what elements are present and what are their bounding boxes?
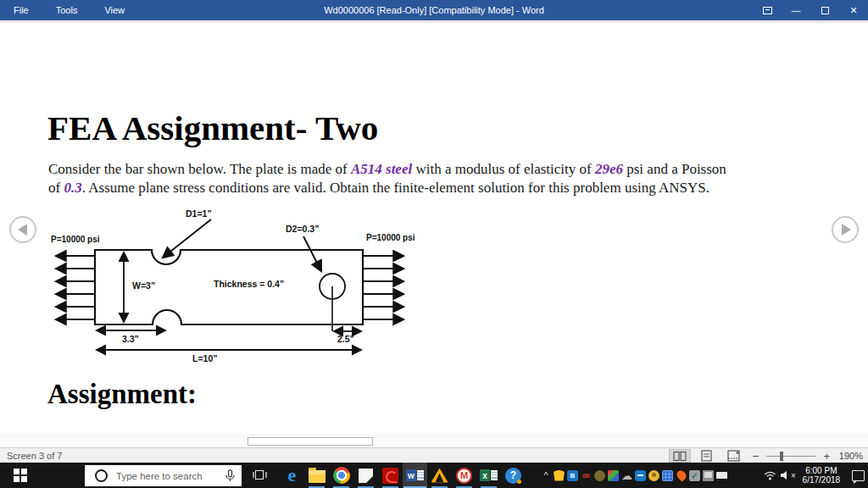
horizontal-scrollbar[interactable]	[0, 433, 868, 447]
teamviewer-icon[interactable]	[635, 470, 646, 481]
screen-indicator: Screen 3 of 7	[0, 451, 62, 461]
next-screen-button[interactable]	[832, 216, 859, 243]
ribbon-display-options-button[interactable]	[753, 0, 782, 20]
emphasis-material: A514 steel	[351, 161, 412, 177]
web-layout-button[interactable]	[723, 449, 745, 463]
cortana-icon	[95, 469, 108, 482]
taskbar: e w M	[0, 463, 868, 488]
taskbar-acrobat-button[interactable]	[378, 463, 403, 488]
emphasis-poisson: 0.3	[64, 180, 81, 196]
thickness-label: Thickness = 0.4”	[214, 279, 284, 289]
bluetooth-icon[interactable]: B	[567, 470, 578, 481]
microphone-icon[interactable]	[225, 469, 235, 482]
graphics-tool-icon[interactable]	[608, 470, 619, 481]
read-mode-button[interactable]	[669, 449, 691, 463]
search-input[interactable]	[108, 471, 225, 481]
zoom-slider-thumb[interactable]	[780, 452, 783, 461]
restore-button[interactable]	[810, 0, 839, 20]
pressure-right-label: P=10000 psi	[366, 233, 415, 242]
right-load-arrows	[363, 256, 403, 319]
d2-label: D2=0.3”	[286, 224, 319, 234]
task-view-icon	[255, 470, 264, 480]
horizontal-scrollbar-thumb[interactable]	[248, 437, 373, 446]
taskbar-excel-button[interactable]: x	[476, 463, 501, 488]
width-label: W=3”	[132, 280, 155, 291]
paragraph-line-2: of 0.3. Assume plane stress conditions a…	[48, 179, 820, 197]
print-layout-button[interactable]	[696, 449, 718, 463]
zoom-in-button[interactable]: +	[821, 450, 832, 463]
pinned-apps: e w M	[280, 463, 526, 488]
taskbar-edge-button[interactable]: e	[280, 463, 304, 488]
hole-dimension-label: 2.5”	[337, 334, 354, 344]
taskbar-notepad-button[interactable]	[353, 463, 378, 488]
length-dimension-label: L=10”	[192, 353, 217, 363]
sync-infinity-icon[interactable]: ∞	[581, 470, 592, 481]
taskbar-chrome-button[interactable]	[329, 463, 353, 488]
display-icon[interactable]	[703, 470, 714, 481]
taskbar-help-button[interactable]: ?	[501, 463, 526, 488]
volume-muted-icon[interactable]	[780, 470, 790, 480]
zoom-out-button[interactable]: −	[750, 450, 762, 463]
help-icon: ?	[505, 468, 521, 484]
remote-app-icon[interactable]	[662, 470, 673, 481]
d1-label: D1=1”	[186, 208, 212, 219]
print-layout-icon	[701, 450, 712, 462]
battery-icon[interactable]	[716, 470, 727, 481]
status-bar: Screen 3 of 7	[0, 447, 868, 463]
zoom-slider[interactable]	[766, 456, 815, 457]
menu-bar: File Tools View	[0, 0, 138, 20]
start-button[interactable]	[0, 463, 41, 488]
paragraph-line-1: Consider the bar shown below. The plate …	[48, 160, 820, 179]
disc-icon[interactable]	[594, 470, 605, 481]
left-load-arrows	[56, 256, 95, 319]
edge-icon: e	[288, 467, 297, 484]
taskbar-clock[interactable]: 6:00 PM 6/17/2018	[799, 466, 843, 485]
window-controls: — ✕	[753, 0, 868, 20]
user-account-icon[interactable]	[648, 470, 659, 481]
ansys-triangle-icon	[431, 469, 448, 483]
windows-logo-icon	[14, 469, 27, 482]
close-icon: ✕	[849, 5, 857, 16]
taskbar-ansys-button[interactable]	[427, 463, 452, 488]
menu-view[interactable]: View	[91, 0, 138, 20]
security-shield-icon[interactable]	[554, 470, 565, 481]
notch-dimension-label: 3.3”	[122, 334, 139, 344]
arrow-right-icon	[842, 224, 851, 236]
pressure-left-label: P=10000 psi	[51, 235, 100, 244]
word-icon: w	[406, 469, 424, 481]
file-explorer-icon	[309, 470, 326, 483]
emphasis-modulus: 29e6	[595, 161, 623, 177]
restore-icon	[821, 7, 829, 14]
mute-x-icon: ×	[791, 471, 796, 480]
menu-tools[interactable]: Tools	[42, 0, 92, 20]
document-canvas: FEA Assignment- Two Consider the bar sho…	[0, 23, 868, 433]
minimize-icon: —	[792, 5, 801, 15]
page-title: FEA Assignment- Two	[47, 108, 378, 148]
excel-icon: x	[480, 469, 498, 481]
bar-diagram: P=10000 psi P=10000 psi D1=1” D2=0.3” W=…	[17, 206, 441, 375]
show-hidden-icons-button[interactable]: ^	[541, 470, 551, 480]
onedrive-cloud-icon[interactable]: ☁	[621, 470, 632, 481]
web-layout-icon	[727, 450, 740, 462]
flame-icon[interactable]	[676, 470, 687, 481]
system-tray: ^ B ∞ ☁ ✓	[541, 463, 727, 488]
wifi-icon[interactable]	[764, 470, 776, 480]
taskbar-word-button[interactable]: w	[403, 463, 427, 488]
taskbar-search[interactable]	[85, 465, 242, 486]
word-titlebar: File Tools View Wd0000006 [Read-Only] [C…	[0, 0, 868, 20]
task-view-button[interactable]	[253, 469, 267, 482]
taskbar-gmail-button[interactable]: M	[452, 463, 476, 488]
zoom-level[interactable]: 190%	[837, 451, 865, 461]
ribbon-display-options-icon	[763, 7, 772, 14]
assignment-heading: Assignment:	[47, 379, 197, 410]
chrome-icon	[333, 467, 350, 484]
acrobat-icon	[382, 468, 398, 484]
minimize-button[interactable]: —	[782, 0, 810, 20]
taskbar-file-explorer-button[interactable]	[304, 463, 329, 488]
action-center-button[interactable]	[852, 470, 865, 481]
notepad-icon	[359, 469, 373, 483]
desktop: File Tools View Wd0000006 [Read-Only] [C…	[0, 0, 868, 488]
backup-check-icon[interactable]: ✓	[689, 470, 700, 481]
close-button[interactable]: ✕	[839, 0, 868, 20]
menu-file[interactable]: File	[0, 0, 42, 20]
